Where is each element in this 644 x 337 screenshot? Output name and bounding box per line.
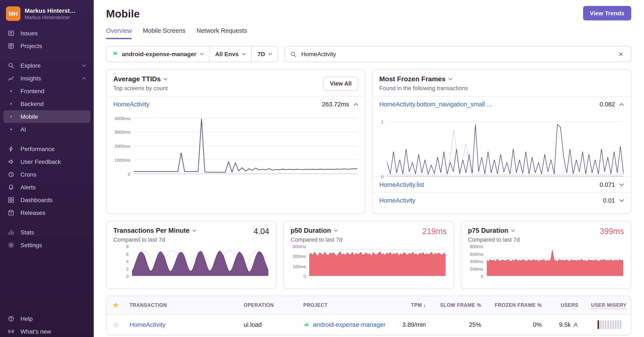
sidebar-item-frontend[interactable]: Frontend [4,85,90,97]
view-trends-button[interactable]: View Trends [583,6,631,20]
sidebar-item-mobile[interactable]: Mobile [4,110,90,123]
tab-network-requests[interactable]: Network Requests [196,27,247,39]
tpm-cell: 3.89/min [389,321,430,328]
ttid-y-axis: 4000ms3000ms2000ms1000ms0 [106,115,134,174]
chevron-down-icon [164,78,168,80]
date-range-filter[interactable]: 7D [252,46,278,62]
expand-chevron-icon[interactable] [619,199,624,202]
sidebar-item-label: What's new [20,328,51,335]
p50-value: 219ms [422,227,446,236]
project-filter[interactable]: android-expense-manager [106,46,209,62]
sidebar-item-user-feedback[interactable]: User Feedback [4,155,90,168]
sidebar-item-settings[interactable]: Settings [4,239,90,252]
transaction-column-header[interactable]: TRANSACTION [125,303,239,308]
sidebar-item-releases[interactable]: Releases [4,206,90,219]
average-ttids-selector[interactable]: Average TTIDs [113,75,168,83]
project-link[interactable]: android-expense-manager [313,321,386,328]
users-count: 9.5k [559,321,571,328]
operation-column-header[interactable]: OPERATION [239,303,299,308]
p75-duration-card: p75 Duration Compared to last 7d 399ms 8… [461,221,631,289]
transaction-link[interactable]: HomeActivity [130,321,166,328]
tab-overview[interactable]: Overview [106,27,132,39]
project-column-header[interactable]: PROJECT [299,303,389,308]
ttid-value: 263.72ms [322,101,349,108]
chevron-down-icon [334,229,338,232]
search-bar: ✕ [284,46,631,62]
sort-desc-icon: ↓ [423,302,426,308]
user-icon [573,322,578,328]
sidebar-item-projects[interactable]: Projects [4,39,90,52]
releases-icon [8,209,14,216]
ttid-line-chart [134,115,357,174]
date-range-filter-label: 7D [258,51,265,57]
metric-title: Transactions Per Minute [113,227,190,235]
ttid-screen-link[interactable]: HomeActivity [113,101,149,108]
sidebar-item-whats-new[interactable]: What's new [4,325,90,337]
p50-y-axis: 300ms200ms100ms0 [291,246,310,276]
sidebar-item-stats[interactable]: Stats [4,226,90,239]
tpm-chart-area: 86420 [113,246,270,276]
environment-filter[interactable]: All Envs [209,46,252,62]
p75-y-axis: 800ms600ms400ms200ms0 [468,246,486,276]
chevron-down-icon [268,53,272,55]
sidebar-item-alerts[interactable]: Alerts [4,181,90,194]
environment-filter-label: All Envs [215,51,239,57]
stats-icon [8,229,14,236]
sidebar-item-label: Explore [20,62,41,69]
sidebar-item-backend[interactable]: Backend [4,97,90,110]
sidebar-item-label: Insights [20,75,41,82]
users-column-header[interactable]: USERS [546,303,583,308]
view-all-button[interactable]: View All [324,76,358,90]
p75-metric-selector[interactable]: p75 Duration [468,227,520,235]
sidebar-item-label: Dashboards [20,197,52,203]
frozen-transaction-link[interactable]: HomeActivity [379,197,415,204]
slow-frame-column-header[interactable]: SLOW FRAME % [430,303,486,308]
sidebar-item-label: Issues [20,30,38,36]
page-title: Mobile [106,8,140,20]
org-subtitle: Markus Hintersteiner [25,15,76,20]
sidebar-item-crons[interactable]: Crons [4,168,90,181]
org-switcher[interactable]: MH Markus Hinterst… Markus Hintersteiner [0,0,94,25]
frozen-frame-column-header[interactable]: FROZEN FRAME % [486,303,546,308]
sidebar-item-label: AI [20,126,26,133]
sidebar-item-label: User Feedback [20,158,61,165]
average-ttids-header: Average TTIDs Top screens by count View … [106,70,365,97]
tpm-metric-selector[interactable]: Transactions Per Minute [113,227,196,235]
sidebar-item-performance[interactable]: Performance [4,143,90,155]
sidebar-item-ai[interactable]: AI [4,123,90,136]
broadcast-icon [8,328,14,335]
frozen-transaction-link[interactable]: HomeActivity.bottom_navigation_small … [379,101,493,108]
collapse-chevron-icon[interactable] [353,103,358,106]
sidebar-item-explore[interactable]: Explore [4,59,90,72]
sidebar-item-help[interactable]: Help [4,312,90,325]
frozen-frame-cell: 0% [486,321,546,328]
p50-metric-selector[interactable]: p50 Duration [291,227,342,235]
expand-chevron-icon[interactable] [619,183,624,186]
sidebar-item-issues[interactable]: Issues [4,27,90,39]
clear-search-icon[interactable]: ✕ [616,50,626,58]
table-header-row: ★ TRANSACTION OPERATION PROJECT TPM↓ SLO… [106,296,631,315]
org-name: Markus Hinterst… [25,7,76,14]
star-toggle[interactable]: ☆ [106,321,125,329]
sidebar-item-insights[interactable]: Insights [4,72,90,85]
dashboards-icon [8,197,14,203]
p75-chart-area: 800ms600ms400ms200ms0 [468,246,624,276]
user-misery-column-header[interactable]: USER MISERY [583,303,631,308]
frozen-frames-selector[interactable]: Most Frozen Frames [379,75,468,83]
p50-duration-card: p50 Duration Compared to last 7d 219ms 3… [284,221,454,289]
app-root: MH Markus Hinterst… Markus Hintersteiner… [0,0,644,337]
clock-icon [8,171,14,178]
collapse-chevron-icon[interactable] [619,103,624,106]
search-input[interactable] [300,50,612,58]
sidebar-item-label: Mobile [20,113,38,120]
tab-mobile-screens[interactable]: Mobile Screens [143,27,186,39]
tpm-sort-header[interactable]: TPM↓ [389,302,430,308]
chevron-down-icon [448,78,452,80]
sidebar-item-label: Projects [20,42,42,49]
operation-cell: ui.load [239,321,299,328]
android-project-icon [112,50,118,58]
frozen-transaction-link[interactable]: HomeActivity.list [379,181,424,188]
sidebar-item-dashboards[interactable]: Dashboards [4,194,90,206]
project-filter-label: android-expense-manager [122,51,196,57]
metric-title: p75 Duration [468,227,508,235]
